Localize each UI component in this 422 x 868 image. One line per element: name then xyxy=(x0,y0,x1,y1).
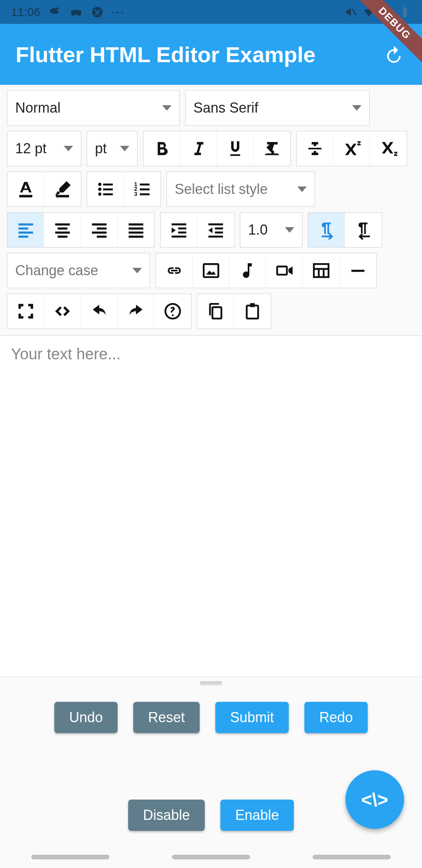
indent-button[interactable] xyxy=(161,213,197,247)
svg-rect-21 xyxy=(18,231,33,233)
fullscreen-button[interactable] xyxy=(7,294,44,328)
ordered-list-button[interactable]: 123 xyxy=(124,172,161,206)
svg-rect-33 xyxy=(129,231,143,233)
align-center-button[interactable] xyxy=(44,213,81,247)
submit-action-button[interactable]: Submit xyxy=(215,702,289,733)
line-height-value: 1.0 xyxy=(248,222,268,238)
image-button[interactable] xyxy=(193,253,229,288)
strikethrough-button[interactable] xyxy=(297,131,333,166)
svg-rect-39 xyxy=(208,223,223,225)
svg-rect-51 xyxy=(212,307,221,319)
copy-button[interactable] xyxy=(197,294,234,328)
controller-icon xyxy=(70,6,82,18)
svg-rect-30 xyxy=(97,236,106,238)
svg-rect-45 xyxy=(314,264,329,277)
underline-button[interactable] xyxy=(217,131,254,166)
svg-rect-6 xyxy=(56,195,69,197)
svg-rect-3 xyxy=(403,8,407,17)
resize-handle[interactable] xyxy=(0,677,422,688)
android-nav-bar xyxy=(0,846,422,868)
battery-icon xyxy=(399,6,411,18)
disable-action-button[interactable]: Disable xyxy=(128,800,205,831)
svg-rect-12 xyxy=(103,193,113,195)
clear-formatting-button[interactable] xyxy=(254,131,290,166)
enable-action-button[interactable]: Enable xyxy=(220,800,294,831)
svg-point-7 xyxy=(98,183,101,186)
ltr-button[interactable] xyxy=(308,213,345,247)
undo-button[interactable] xyxy=(81,294,118,328)
align-right-button[interactable] xyxy=(81,213,118,247)
code-view-button[interactable] xyxy=(44,294,81,328)
svg-rect-11 xyxy=(103,188,113,190)
svg-line-2 xyxy=(352,9,356,15)
video-button[interactable] xyxy=(266,253,303,288)
svg-rect-29 xyxy=(92,231,107,233)
italic-button[interactable] xyxy=(180,131,217,166)
editor-toolbar: Normal Sans Serif 12 pt pt xyxy=(0,85,422,335)
change-case-label: Change case xyxy=(15,262,98,279)
code-fab[interactable]: <\> xyxy=(345,770,404,829)
align-justify-button[interactable] xyxy=(118,213,154,247)
signal-icon xyxy=(381,6,393,18)
paragraph-style-dropdown[interactable]: Normal xyxy=(7,90,180,126)
weather-icon xyxy=(49,6,61,18)
reset-action-button[interactable]: Reset xyxy=(133,702,200,733)
link-button[interactable] xyxy=(156,253,193,288)
svg-point-9 xyxy=(98,192,101,195)
svg-rect-10 xyxy=(103,183,113,185)
refresh-button[interactable] xyxy=(381,42,406,67)
svg-rect-49 xyxy=(351,270,364,272)
svg-rect-27 xyxy=(92,223,107,225)
svg-rect-25 xyxy=(55,231,70,233)
font-unit-dropdown[interactable]: pt xyxy=(87,131,138,166)
font-size-dropdown[interactable]: 12 pt xyxy=(7,131,81,166)
outdent-button[interactable] xyxy=(197,213,234,247)
fab-label: <\> xyxy=(361,789,388,811)
paste-button[interactable] xyxy=(234,294,271,328)
svg-rect-38 xyxy=(172,236,186,238)
redo-button[interactable] xyxy=(118,294,154,328)
unordered-list-button[interactable] xyxy=(87,172,124,206)
superscript-button[interactable] xyxy=(333,131,370,166)
editor-textarea[interactable]: Your text here... xyxy=(0,335,422,677)
svg-rect-20 xyxy=(18,228,28,230)
action-row-1: Undo Reset Submit Redo xyxy=(0,688,422,733)
svg-rect-16 xyxy=(140,183,150,185)
font-family-dropdown[interactable]: Sans Serif xyxy=(185,90,370,126)
change-case-dropdown[interactable]: Change case xyxy=(7,253,150,288)
svg-rect-19 xyxy=(18,223,33,225)
list-style-dropdown[interactable]: Select list style xyxy=(166,172,315,207)
svg-rect-52 xyxy=(247,305,258,318)
text-color-button[interactable] xyxy=(7,172,44,206)
bold-button[interactable] xyxy=(143,131,180,166)
align-left-button[interactable] xyxy=(7,213,44,247)
svg-rect-5 xyxy=(19,195,32,197)
paragraph-style-value: Normal xyxy=(15,100,61,116)
svg-point-0 xyxy=(56,7,58,9)
nav-home[interactable] xyxy=(172,855,250,859)
horizontal-rule-button[interactable] xyxy=(340,253,376,288)
nav-recent[interactable] xyxy=(31,855,109,859)
help-button[interactable] xyxy=(154,294,191,328)
svg-rect-24 xyxy=(57,228,67,230)
subscript-button[interactable] xyxy=(370,131,407,166)
font-size-value: 12 pt xyxy=(15,140,46,157)
wifi-icon xyxy=(363,6,375,18)
svg-point-8 xyxy=(98,188,101,191)
redo-action-button[interactable]: Redo xyxy=(304,702,368,733)
svg-rect-35 xyxy=(172,223,186,225)
svg-rect-31 xyxy=(129,223,143,225)
status-time: 11:06 xyxy=(11,5,40,19)
rtl-button[interactable] xyxy=(345,213,382,247)
font-family-value: Sans Serif xyxy=(193,100,258,116)
table-button[interactable] xyxy=(303,253,340,288)
nav-back[interactable] xyxy=(313,855,391,859)
svg-rect-36 xyxy=(178,228,186,230)
line-height-dropdown[interactable]: 1.0 xyxy=(240,212,302,247)
audio-button[interactable] xyxy=(229,253,266,288)
highlight-color-button[interactable] xyxy=(44,172,81,206)
svg-rect-44 xyxy=(277,267,287,275)
undo-action-button[interactable]: Undo xyxy=(54,702,118,733)
svg-rect-42 xyxy=(208,236,223,238)
svg-text:3: 3 xyxy=(134,191,137,197)
